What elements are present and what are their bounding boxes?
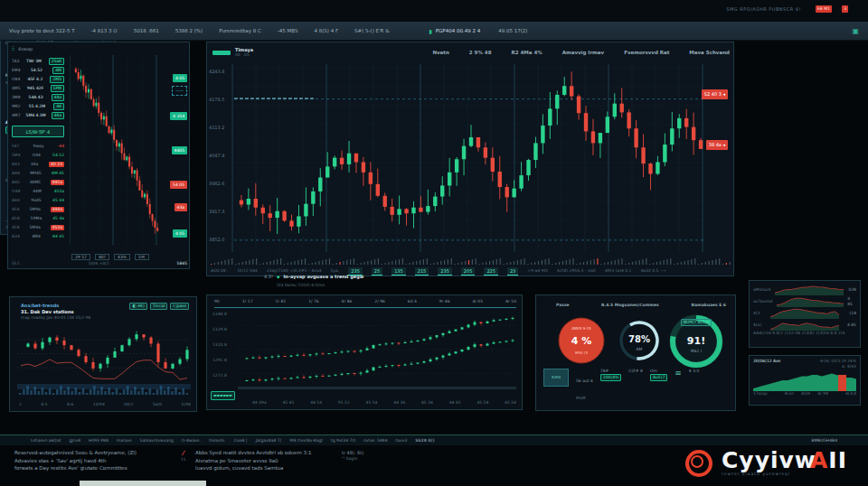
panelA-badge-1[interactable]: Tincat xyxy=(150,303,168,310)
x-label: 04(1 xyxy=(124,402,133,407)
spark-value: 028 xyxy=(848,287,856,293)
volume-area-panel: 20(06(12 Ave 4-(4( (015 (9 24% a: 4(43 1… xyxy=(749,355,861,406)
x-label: 10/94 xyxy=(93,402,105,407)
toolbar-item-0[interactable]: Viuy prote to deut 322-5 T xyxy=(9,28,75,33)
doc-icon[interactable]: 5394 xyxy=(543,369,569,387)
session-time: 49.05 17(2) xyxy=(498,28,527,33)
panelB-col-2[interactable]: 1r 81 xyxy=(275,299,286,304)
gauge2-header: B.4.5 Moguanes/Commes xyxy=(601,303,659,307)
c2b[interactable]: Au5(7 xyxy=(650,374,667,381)
panelA-badge-0[interactable]: ◧ 4K) xyxy=(129,303,146,310)
chart-header-item-2[interactable]: R2 4Ma 4% xyxy=(511,50,542,55)
chart-header-item-0[interactable]: Nvatn xyxy=(432,50,448,55)
timeframe-button-3[interactable]: 215 xyxy=(415,267,429,276)
timeframe-button-6[interactable]: 225 xyxy=(484,267,498,276)
trend-table-panel: 901r 171r 811/ 764r 862/ 966d 49r 464/ 0… xyxy=(206,294,523,410)
watchlist-row[interactable]: A449a4545 44 xyxy=(10,196,66,205)
toolbar-item-3[interactable]: 5386 2 (%) xyxy=(175,28,203,33)
gauge1-header: Passe xyxy=(556,303,570,307)
toolbar-item-6[interactable]: 4 8(S) 4 F xyxy=(314,28,338,33)
chart-header-item-5[interactable]: Mava Schvand xyxy=(689,50,730,55)
watchlist-bottom-rows: 54T9way-445M4O4454.52A4334a40 33A48M9458… xyxy=(10,142,66,241)
range-box[interactable]: 59( xyxy=(135,254,148,260)
change-badge: 25a8 xyxy=(49,58,64,65)
panelA-badge-2[interactable]: I |pass xyxy=(170,303,189,310)
value: 45 44 xyxy=(52,198,64,203)
warning-count: 11 xyxy=(181,457,186,463)
alert-badge-1[interactable]: EB M1 xyxy=(816,5,832,13)
panelB-col-6[interactable]: 6d 4 xyxy=(408,299,417,304)
watchlist-row[interactable]: EM454.524M xyxy=(10,66,66,75)
toolbar-item-5[interactable]: -45 MBS xyxy=(278,28,298,33)
ticker: 4M5 xyxy=(12,86,21,91)
change-badge: 2M3 xyxy=(50,76,64,83)
panelB-col-0[interactable]: 90 xyxy=(214,299,220,304)
watchlist-row[interactable]: 4M5945 42F5PM xyxy=(10,84,66,93)
stat-text-2: C(F# 8 xyxy=(628,369,643,374)
chart-header-item-4[interactable]: Fvemorsvvd Rat xyxy=(624,50,669,55)
candlestick-chart[interactable]: 4243.84178.54113.24047.93982.63917.33852… xyxy=(207,62,735,256)
range-box[interactable]: 29 57 xyxy=(71,254,90,260)
panelB-progress-chip[interactable]: ▰▰▰▰▰▰ xyxy=(211,391,235,400)
panelB-col-3[interactable]: 1/ 76 xyxy=(308,299,319,304)
y-label: 1348.8 xyxy=(212,312,227,327)
watchlist-row[interactable]: 4545M9a444a xyxy=(10,205,66,214)
watchlist-mini-chart[interactable] xyxy=(70,55,189,252)
c1b[interactable]: 200(4% xyxy=(600,374,621,381)
timeframe-button-1[interactable]: 25 xyxy=(372,267,382,276)
chart-header-item-1[interactable]: 2 9% 48 xyxy=(469,50,492,55)
panelB-col-5[interactable]: 2/ 96 xyxy=(374,299,385,304)
status-alert[interactable]: SS28 4() xyxy=(415,438,434,443)
panelB-col-7[interactable]: 9r 46 xyxy=(439,299,450,304)
watchlist-row[interactable]: 9M255 4.2M48 xyxy=(10,102,66,111)
watchlist-row[interactable]: 54T9way-44 xyxy=(10,142,66,151)
panel-icon[interactable]: ▣ xyxy=(852,27,859,35)
watchlist-row[interactable]: A4334a40 33 xyxy=(10,160,66,169)
watchlist-row[interactable]: 4M75M4 4.3M48a xyxy=(10,111,66,120)
menu-lines-icon[interactable]: ≡ xyxy=(675,369,682,378)
watchlist-row[interactable]: O4844M453a xyxy=(10,187,66,196)
watchlist-row[interactable]: A4538M5845a xyxy=(10,178,66,187)
legend-sub: 00 : 05 xyxy=(235,52,253,58)
toolbar-item-1[interactable]: -4 813 3 O xyxy=(91,28,118,33)
value: 444a xyxy=(51,207,64,212)
range-box[interactable]: 40? xyxy=(95,254,109,260)
chart-header-item-3[interactable]: Amavvig Irmav xyxy=(562,50,604,55)
watchlist-row[interactable]: 5M4O4454.52 xyxy=(10,151,66,160)
value: TWr 3M xyxy=(26,59,42,64)
timeframe-button-4[interactable]: 235 xyxy=(438,267,452,276)
svg-text:4047.9: 4047.9 xyxy=(209,153,225,158)
timeframe-button-2[interactable]: 135 xyxy=(392,267,406,276)
toolbar-item-2[interactable]: 5018 .661 xyxy=(134,28,159,33)
footer-mid-line1: Abbs Syed reatit dvvtes Avvtdtrl sb odue… xyxy=(195,449,311,457)
watchlist-row[interactable]: 3M854A 4348a xyxy=(10,93,66,102)
session-clock: PGP404 00.49 2 4 xyxy=(436,28,480,33)
timeframe-button-5[interactable]: 205 xyxy=(461,267,476,276)
status-item-4: Satsavntvwvang xyxy=(140,438,174,443)
panelA-title1: Anx/bet-trends xyxy=(21,303,90,309)
panelB-col-4[interactable]: 4r 86 xyxy=(342,299,353,304)
footer-mid-line3: luavvd gidum, cuvavd tads Samtua xyxy=(195,464,311,472)
taskbar-fragment xyxy=(80,481,206,486)
watchlist-row[interactable]: A5859Ma45 4a xyxy=(10,214,66,223)
panelB-col-9[interactable]: Ar 50 xyxy=(505,299,516,304)
timeframe-button-7[interactable]: 23 xyxy=(507,267,518,276)
toolbar-item-7[interactable]: S#( S-() E'R & xyxy=(354,28,389,33)
buy-button[interactable]: L5/W-5P' 4 xyxy=(12,126,64,137)
panelB-col-8[interactable]: 4/ 05 xyxy=(472,299,483,304)
watchlist-row[interactable]: O8445F 4.22M3 xyxy=(10,75,66,84)
y-label: 1310.8 xyxy=(212,342,227,358)
toolbar-item-4[interactable]: Purereretltay 8 C xyxy=(219,28,261,33)
chip-block-1: 78#200(4% xyxy=(600,369,621,381)
status-right: BMBUSH4B4 xyxy=(812,438,837,443)
range-box[interactable]: 43% xyxy=(114,254,130,260)
ticker: O84 xyxy=(12,77,20,82)
change-badge: 4M xyxy=(52,67,64,74)
footer-info-1: (0)72 044 xyxy=(238,268,258,274)
panelB-col-1[interactable]: 1r 17 xyxy=(242,299,253,304)
watchlist-row[interactable]: A344M484 45 xyxy=(10,232,66,241)
watchlist-row[interactable]: A48M9458M 45 xyxy=(10,169,66,178)
alert-badge-2[interactable]: 3 xyxy=(842,5,848,13)
watchlist-row[interactable]: TA3TWr 3M25a8 xyxy=(10,57,66,66)
watchlist-row[interactable]: 4585M4a453a xyxy=(10,223,66,232)
